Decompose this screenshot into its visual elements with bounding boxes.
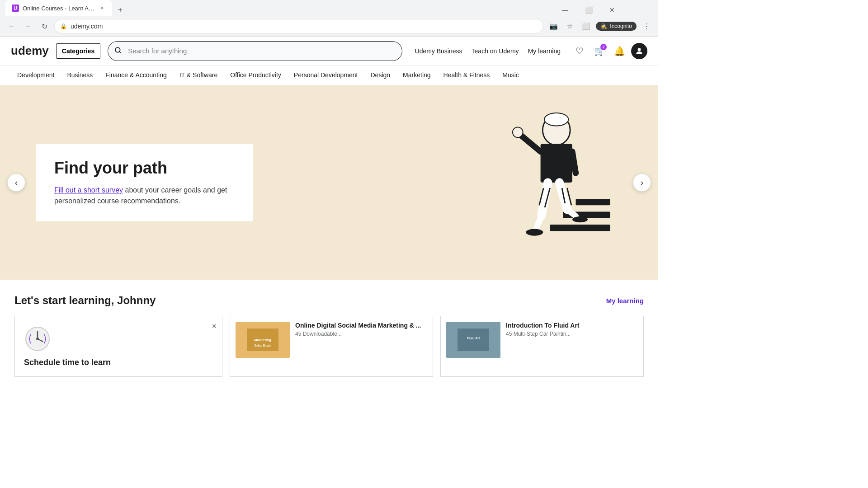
- nav-item-design[interactable]: Design: [364, 66, 397, 85]
- teach-link[interactable]: Teach on Udemy: [472, 47, 519, 55]
- back-btn[interactable]: ←: [5, 20, 18, 33]
- lock-icon: 🔒: [60, 23, 67, 29]
- nav-bar: Development Business Finance & Accountin…: [0, 66, 658, 85]
- hero-banner: ‹ Find your path Fill out a short survey…: [0, 85, 658, 280]
- course-meta-1: 45 Downloadable...: [295, 331, 427, 337]
- hero-title: Find your path: [54, 158, 235, 178]
- nav-item-personal[interactable]: Personal Development: [288, 66, 364, 85]
- my-learning-section-link[interactable]: My learning: [606, 297, 644, 305]
- course-cards: × Schedule time to learn: [14, 316, 644, 377]
- logo-text: udemy: [11, 44, 49, 58]
- menu-btn[interactable]: ⋮: [640, 20, 653, 33]
- nav-item-office[interactable]: Office Productivity: [224, 66, 288, 85]
- carousel-next-btn[interactable]: ›: [633, 174, 651, 192]
- udemy-business-link[interactable]: Udemy Business: [415, 47, 462, 55]
- course-info-2: Introduction To Fluid Art 45 Multi-Step …: [506, 322, 638, 371]
- svg-text:Marketing: Marketing: [254, 338, 271, 342]
- header: udemy Categories Udemy Business Teach on…: [0, 37, 658, 66]
- user-avatar[interactable]: [631, 43, 647, 59]
- schedule-card: × Schedule time to learn: [14, 316, 222, 377]
- address-actions: 📷 ☆ ⬜ 🕵️ Incognito ⋮: [547, 20, 653, 33]
- header-icons: ♡ 🛒 2 🔔: [571, 43, 647, 59]
- schedule-close-btn[interactable]: ×: [212, 322, 217, 331]
- schedule-title: Schedule time to learn: [24, 358, 213, 367]
- course-card-1[interactable]: Marketing Sales Exam Online Digital Soci…: [230, 316, 433, 377]
- svg-line-1: [119, 52, 121, 53]
- notifications-btn[interactable]: 🔔: [611, 43, 627, 59]
- nav-item-business[interactable]: Business: [61, 66, 99, 85]
- svg-rect-5: [576, 199, 610, 205]
- svg-line-9: [520, 135, 541, 152]
- maximize-btn[interactable]: ⬜: [582, 4, 595, 16]
- my-learning-link[interactable]: My learning: [528, 47, 561, 55]
- nav-item-music[interactable]: Music: [496, 66, 525, 85]
- tab-close-btn[interactable]: ×: [99, 5, 106, 12]
- svg-point-16: [526, 229, 543, 236]
- carousel-prev-btn[interactable]: ‹: [7, 174, 25, 192]
- cart-badge: 2: [600, 44, 607, 50]
- svg-rect-8: [541, 144, 572, 183]
- reload-btn[interactable]: ↻: [38, 20, 51, 33]
- course-name-1: Online Digital Social Media Marketing & …: [295, 322, 427, 329]
- hero-illustration: [486, 96, 622, 269]
- svg-rect-29: [458, 328, 489, 351]
- svg-point-2: [638, 48, 641, 51]
- svg-rect-3: [550, 225, 610, 231]
- new-tab-btn[interactable]: +: [114, 4, 127, 16]
- profile-window-icon[interactable]: ⬜: [580, 20, 592, 33]
- svg-text:Fluid Art: Fluid Art: [467, 337, 480, 340]
- nav-item-finance[interactable]: Finance & Accounting: [99, 66, 173, 85]
- course-card-2[interactable]: Fluid Art Introduction To Fluid Art 45 M…: [440, 316, 644, 377]
- url-text: udemy.com: [71, 23, 103, 30]
- tab-title: Online Courses - Learn Anythin...: [23, 5, 95, 12]
- incognito-badge: 🕵️ Incognito: [596, 22, 637, 31]
- schedule-icon: [24, 325, 51, 352]
- nav-item-health[interactable]: Health & Fitness: [437, 66, 496, 85]
- svg-point-11: [513, 127, 523, 137]
- svg-point-7: [544, 113, 568, 126]
- address-bar[interactable]: 🔒 udemy.com: [54, 19, 543, 33]
- section-header: Let's start learning, Johnny My learning: [14, 294, 644, 307]
- udemy-logo[interactable]: udemy: [11, 44, 49, 58]
- nav-item-it[interactable]: IT & Software: [173, 66, 224, 85]
- course-info-1: Online Digital Social Media Marketing & …: [295, 322, 427, 371]
- search-input[interactable]: [128, 47, 401, 55]
- svg-point-0: [115, 47, 120, 52]
- minimize-btn[interactable]: —: [559, 4, 571, 16]
- nav-item-development[interactable]: Development: [11, 66, 61, 85]
- incognito-label: Incognito: [610, 23, 632, 29]
- hero-card: Find your path Fill out a short survey a…: [36, 144, 253, 221]
- cart-btn[interactable]: 🛒 2: [591, 43, 608, 59]
- header-links: Udemy Business Teach on Udemy My learnin…: [415, 47, 561, 55]
- course-thumb-1: Marketing Sales Exam: [236, 322, 290, 358]
- categories-button[interactable]: Categories: [56, 43, 100, 59]
- hero-body: Fill out a short survey about your caree…: [54, 185, 235, 207]
- udemy-app: udemy Categories Udemy Business Teach on…: [0, 37, 658, 377]
- address-bar-row: ← → ↻ 🔒 udemy.com 📷 ☆ ⬜ 🕵️ Incognito ⋮: [0, 16, 658, 36]
- tab-bar: U Online Courses - Learn Anythin... × + …: [0, 0, 658, 16]
- screenshot-icon[interactable]: 📷: [547, 20, 560, 33]
- nav-item-marketing[interactable]: Marketing: [396, 66, 437, 85]
- search-icon-btn[interactable]: [108, 42, 128, 61]
- svg-line-13: [536, 216, 541, 229]
- wishlist-btn[interactable]: ♡: [571, 43, 588, 59]
- svg-text:Sales Exam: Sales Exam: [254, 344, 271, 347]
- hero-content: Find your path Fill out a short survey a…: [36, 144, 253, 221]
- course-meta-2: 45 Multi-Step Car Paintin...: [506, 331, 638, 337]
- hero-survey-link[interactable]: Fill out a short survey: [54, 187, 123, 194]
- browser-chrome: U Online Courses - Learn Anythin... × + …: [0, 0, 658, 37]
- tab-favicon: U: [12, 5, 19, 12]
- course-thumb-2: Fluid Art: [446, 322, 500, 358]
- search-bar[interactable]: [108, 41, 402, 61]
- learning-section: Let's start learning, Johnny My learning…: [0, 280, 658, 377]
- active-tab[interactable]: U Online Courses - Learn Anythin... ×: [5, 0, 112, 16]
- forward-btn[interactable]: →: [22, 20, 34, 33]
- svg-point-17: [572, 216, 588, 222]
- bookmark-icon[interactable]: ☆: [563, 20, 576, 33]
- course-name-2: Introduction To Fluid Art: [506, 322, 638, 329]
- close-window-btn[interactable]: ✕: [606, 4, 618, 16]
- section-title: Let's start learning, Johnny: [14, 294, 156, 307]
- svg-line-10: [572, 152, 576, 174]
